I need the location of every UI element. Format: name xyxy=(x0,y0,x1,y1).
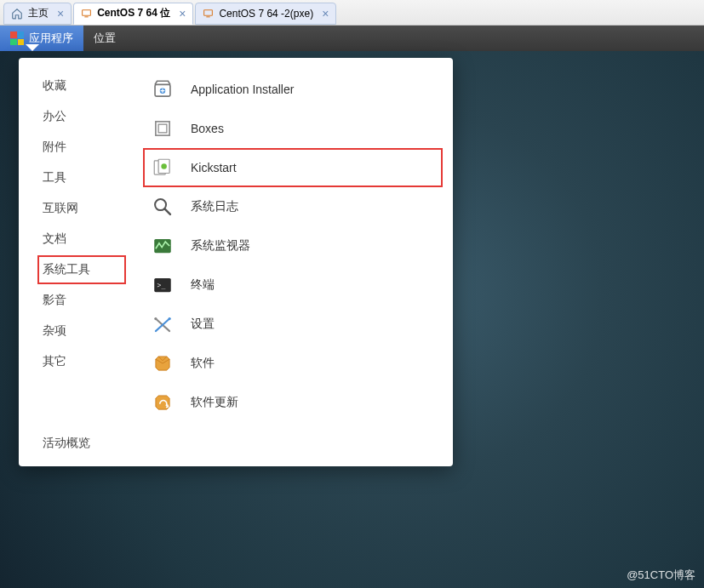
tab-label: CentOS 7 64 位 xyxy=(97,6,170,20)
gnome-menu-bar: 应用程序 位置 xyxy=(0,26,704,51)
svg-point-18 xyxy=(154,317,157,320)
tab-label: CentOS 7 64 -2(pxe) xyxy=(219,8,313,20)
vm-icon xyxy=(81,8,92,19)
category-accessories[interactable]: 附件 xyxy=(43,138,121,157)
svg-rect-2 xyxy=(204,10,213,15)
app-label: 设置 xyxy=(191,317,215,332)
app-software-update[interactable]: 软件更新 xyxy=(150,390,436,415)
desktop-background: 收藏 办公 附件 工具 互联网 文档 系统工具 影音 杂项 其它 Applica… xyxy=(0,51,704,588)
app-label: Kickstart xyxy=(191,161,237,174)
application-list: Application Installer Boxes Kickstart xyxy=(129,77,453,415)
boxes-icon xyxy=(150,116,175,141)
terminal-icon: >_ xyxy=(150,272,175,298)
monitor-icon xyxy=(150,233,175,259)
app-label: 系统监视器 xyxy=(191,238,250,254)
software-icon xyxy=(150,351,175,376)
category-multimedia[interactable]: 影音 xyxy=(43,291,121,310)
app-system-monitor[interactable]: 系统监视器 xyxy=(150,233,436,259)
svg-point-19 xyxy=(169,317,171,320)
category-office[interactable]: 办公 xyxy=(43,107,121,126)
watermark-text: @51CTO博客 xyxy=(627,568,695,583)
svg-rect-0 xyxy=(83,10,91,15)
settings-icon xyxy=(150,311,175,337)
app-software[interactable]: 软件 xyxy=(150,351,436,376)
tab-vm-centos7-64-pxe[interactable]: CentOS 7 64 -2(pxe) × xyxy=(195,3,336,25)
updates-icon xyxy=(150,390,175,415)
category-documentation[interactable]: 文档 xyxy=(43,230,121,248)
svg-rect-3 xyxy=(207,16,210,17)
category-sundry[interactable]: 杂项 xyxy=(43,322,121,340)
vm-icon xyxy=(203,8,214,19)
app-label: Boxes xyxy=(191,122,224,135)
app-label: 系统日志 xyxy=(191,199,238,214)
applications-icon xyxy=(10,31,24,45)
category-system-tools[interactable]: 系统工具 xyxy=(43,260,121,279)
logs-icon xyxy=(150,194,175,220)
svg-point-10 xyxy=(161,163,167,169)
app-label: Application Installer xyxy=(191,83,294,96)
category-favorites[interactable]: 收藏 xyxy=(43,77,121,95)
app-terminal[interactable]: >_ 终端 xyxy=(150,272,436,298)
app-system-log[interactable]: 系统日志 xyxy=(150,194,436,220)
category-tools[interactable]: 工具 xyxy=(43,168,121,187)
category-internet[interactable]: 互联网 xyxy=(43,199,121,218)
svg-rect-6 xyxy=(156,122,169,135)
app-label: 终端 xyxy=(191,277,215,293)
svg-text:>_: >_ xyxy=(157,281,166,289)
app-application-installer[interactable]: Application Installer xyxy=(150,77,436,102)
tab-vm-centos7-64[interactable]: CentOS 7 64 位 × xyxy=(73,3,193,25)
applications-popover: 收藏 办公 附件 工具 互联网 文档 系统工具 影音 杂项 其它 Applica… xyxy=(19,58,453,466)
category-other[interactable]: 其它 xyxy=(43,352,121,371)
svg-line-12 xyxy=(164,208,170,214)
installer-icon xyxy=(150,77,175,102)
app-settings[interactable]: 设置 xyxy=(150,311,436,337)
home-icon xyxy=(11,8,23,20)
vm-tab-bar: 主页 × CentOS 7 64 位 × CentOS 7 64 -2(pxe)… xyxy=(0,0,704,26)
svg-rect-7 xyxy=(158,124,167,133)
menu-label: 应用程序 xyxy=(29,31,73,46)
category-list: 收藏 办公 附件 工具 互联网 文档 系统工具 影音 杂项 其它 xyxy=(19,77,129,415)
app-label: 软件 xyxy=(191,356,215,371)
tab-home[interactable]: 主页 × xyxy=(3,3,72,25)
app-label: 软件更新 xyxy=(191,395,238,410)
kickstart-icon xyxy=(150,155,175,180)
close-icon[interactable]: × xyxy=(57,7,64,20)
menu-applications[interactable]: 应用程序 xyxy=(0,26,83,51)
app-boxes[interactable]: Boxes xyxy=(150,116,436,141)
menu-places[interactable]: 位置 xyxy=(83,26,126,51)
app-kickstart[interactable]: Kickstart xyxy=(150,155,436,180)
close-icon[interactable]: × xyxy=(322,7,329,20)
svg-rect-1 xyxy=(85,16,89,17)
activities-overview-button[interactable]: 活动概览 xyxy=(19,436,453,451)
menu-label: 位置 xyxy=(94,31,116,46)
tab-label: 主页 xyxy=(28,6,49,20)
close-icon[interactable]: × xyxy=(179,7,186,20)
